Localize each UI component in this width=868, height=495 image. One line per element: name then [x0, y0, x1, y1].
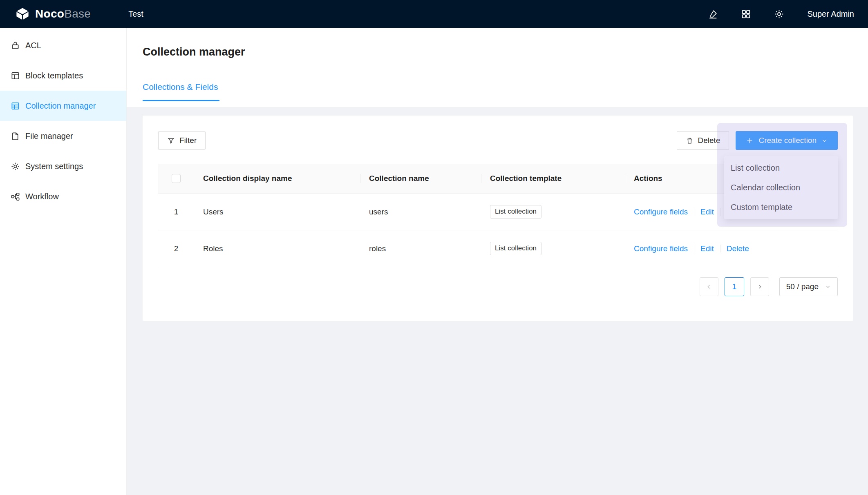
action-divider — [720, 245, 720, 252]
sidebar-item-label: File manager — [25, 132, 73, 141]
delete-link[interactable]: Delete — [727, 244, 749, 253]
sidebar-item-label: ACL — [25, 41, 41, 50]
create-collection-button[interactable]: Create collection — [736, 131, 838, 150]
column-collection-name: Collection name — [360, 174, 481, 183]
action-divider — [694, 208, 694, 216]
cell-collection-name: roles — [360, 244, 481, 253]
select-all-checkbox[interactable] — [172, 174, 181, 183]
edit-link[interactable]: Edit — [700, 244, 714, 253]
template-tag: List collection — [490, 242, 541, 255]
tab-collections-fields[interactable]: Collections & Fields — [143, 82, 219, 101]
row-index: 1 — [158, 207, 194, 216]
toolbar-right: Delete Create collection — [677, 131, 838, 150]
template-tag: List collection — [490, 205, 541, 219]
sidebar-item-acl[interactable]: ACL — [0, 30, 126, 60]
cell-display-name: Roles — [194, 244, 360, 253]
menu-item-custom-template[interactable]: Custom template — [724, 197, 838, 217]
user-menu[interactable]: Super Admin — [807, 9, 854, 19]
cell-actions: Configure fields Edit Delete — [625, 244, 838, 253]
highlighter-icon[interactable] — [708, 9, 718, 19]
column-display-name: Collection display name — [194, 174, 360, 183]
sidebar-item-label: Block templates — [25, 71, 83, 80]
edit-link[interactable]: Edit — [700, 207, 714, 216]
sidebar-item-block-templates[interactable]: Block templates — [0, 60, 126, 91]
sidebar-item-label: Collection manager — [25, 101, 96, 111]
tab-bar: Collections & Fields — [143, 82, 868, 101]
page-size-select[interactable]: 50 / page — [779, 277, 838, 296]
next-page-button[interactable] — [750, 277, 769, 296]
column-collection-template: Collection template — [481, 174, 625, 183]
apps-icon[interactable] — [741, 9, 751, 19]
configure-fields-link[interactable]: Configure fields — [634, 207, 688, 216]
page: NocoBase Test — [0, 0, 868, 495]
configure-fields-link[interactable]: Configure fields — [634, 244, 688, 253]
sidebar-item-workflow[interactable]: Workflow — [0, 181, 126, 212]
nav-item-test[interactable]: Test — [128, 9, 143, 18]
lock-icon — [11, 41, 20, 50]
page-number-button[interactable]: 1 — [725, 277, 744, 296]
gear-icon — [11, 162, 20, 171]
menu-item-calendar-collection[interactable]: Calendar collection — [724, 178, 838, 197]
plus-icon — [746, 137, 754, 145]
main-header: Collection manager Collections & Fields — [127, 28, 868, 107]
previous-page-button[interactable] — [700, 277, 718, 296]
top-header: NocoBase Test — [0, 0, 868, 28]
delete-button[interactable]: Delete — [677, 131, 729, 150]
file-icon — [11, 132, 20, 141]
table-row: 2 Roles roles List collection Configure … — [158, 230, 838, 267]
top-right-controls: Super Admin — [708, 9, 854, 19]
action-divider — [694, 245, 694, 252]
workflow-icon — [11, 192, 20, 201]
top-nav: Test — [128, 9, 143, 19]
sidebar-item-collection-manager[interactable]: Collection manager — [0, 91, 126, 121]
pagination: 1 50 / page — [158, 277, 838, 296]
chevron-down-icon — [821, 138, 828, 144]
sidebar-item-label: System settings — [25, 162, 83, 171]
sidebar-item-label: Workflow — [25, 192, 59, 201]
action-divider — [720, 208, 720, 216]
chevron-down-icon — [825, 284, 831, 290]
menu-item-list-collection[interactable]: List collection — [724, 158, 838, 178]
header-select-cell — [158, 174, 194, 183]
sidebar-item-system-settings[interactable]: System settings — [0, 151, 126, 181]
cell-collection-template: List collection — [481, 242, 625, 255]
cell-collection-name: users — [360, 207, 481, 216]
sidebar: ACL Block templates Coll — [0, 28, 127, 495]
row-index: 2 — [158, 244, 194, 253]
create-collection-menu: List collection Calendar collection Cust… — [724, 156, 838, 219]
cell-collection-template: List collection — [481, 205, 625, 219]
logo-cube-icon — [15, 7, 30, 20]
nocobase-logo[interactable]: NocoBase — [15, 7, 91, 20]
layout-icon — [11, 71, 20, 80]
gear-icon[interactable] — [774, 9, 784, 19]
page-title: Collection manager — [143, 28, 868, 60]
trash-icon — [686, 137, 694, 145]
sidebar-item-file-manager[interactable]: File manager — [0, 121, 126, 151]
cell-display-name: Users — [194, 207, 360, 216]
table-toolbar: Filter Delete — [158, 131, 838, 150]
logo-text: NocoBase — [35, 7, 91, 20]
filter-button[interactable]: Filter — [158, 131, 206, 150]
table-icon — [11, 101, 20, 111]
main-area: Collection manager Collections & Fields — [127, 28, 868, 495]
filter-icon — [167, 137, 175, 145]
